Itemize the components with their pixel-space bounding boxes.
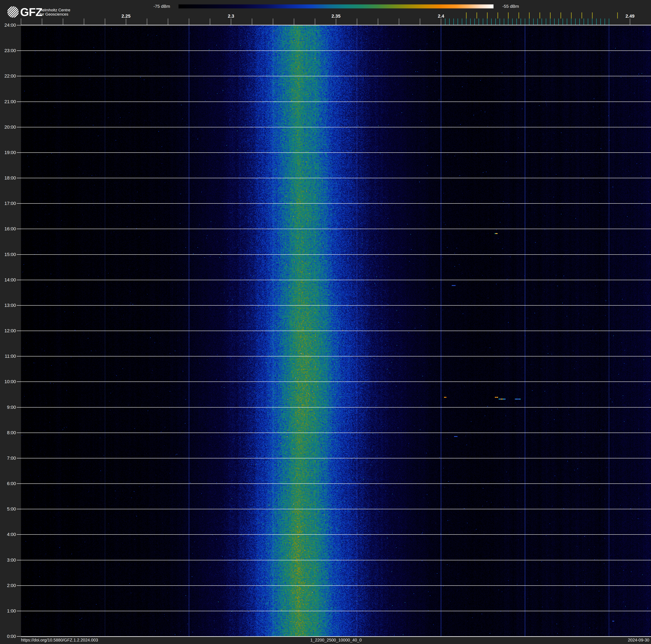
frequency-minor-tick (231, 19, 231, 25)
ble-channel-tick (504, 19, 504, 25)
hour-gridline (21, 356, 651, 356)
ble-channel-tick (533, 19, 534, 25)
ble-channel-tick (458, 19, 458, 25)
hour-gridline (21, 331, 651, 331)
hour-label: 2:00 (0, 583, 16, 588)
ble-channel-tick (563, 19, 563, 25)
top-axis-line (21, 25, 651, 25)
wifi-channel-tick (617, 12, 618, 19)
ble-channel-tick (575, 19, 576, 25)
hour-gridline (21, 458, 651, 459)
ble-channel-tick (462, 19, 462, 25)
hour-tick (17, 484, 21, 484)
frequency-minor-tick (336, 19, 336, 25)
frequency-minor-tick (84, 19, 84, 25)
hour-tick (17, 280, 21, 280)
frequency-minor-tick (210, 19, 210, 25)
ble-channel-tick (470, 19, 471, 25)
wifi-channel-tick (550, 12, 551, 19)
hour-label: 9:00 (0, 405, 16, 410)
hour-label: 13:00 (0, 303, 16, 308)
hour-tick (17, 51, 21, 51)
frequency-minor-tick (630, 19, 630, 25)
frequency-minor-tick (357, 19, 357, 25)
frequency-minor-tick (399, 19, 399, 25)
ble-channel-tick (558, 19, 559, 25)
wifi-channel-tick (582, 12, 582, 19)
ble-channel-tick (525, 19, 525, 25)
hour-label: 20:00 (0, 125, 16, 129)
ble-channel-tick (445, 19, 445, 25)
ble-channel-tick (600, 19, 601, 25)
hour-gridline (21, 381, 651, 382)
wifi-channel-tick (519, 12, 519, 19)
ble-channel-tick (478, 19, 479, 25)
hour-label: 7:00 (0, 456, 16, 461)
hour-tick (17, 178, 21, 178)
hour-tick (17, 611, 21, 611)
hour-gridline (21, 484, 651, 484)
hour-tick (17, 509, 21, 509)
hour-gridline (21, 509, 651, 509)
wifi-channel-tick (529, 12, 530, 19)
hour-label: 1:00 (0, 609, 16, 613)
wifi-channel-tick (476, 12, 477, 19)
wifi-channel-tick (592, 12, 593, 19)
ble-channel-tick (512, 19, 513, 25)
ble-channel-tick (550, 19, 550, 25)
hour-tick (17, 25, 21, 25)
ble-channel-tick (571, 19, 571, 25)
ble-channel-tick (491, 19, 492, 25)
hour-tick (17, 229, 21, 229)
hour-tick (17, 101, 21, 102)
hour-label: 6:00 (0, 481, 16, 486)
ble-channel-tick (449, 19, 450, 25)
logo-line2-text: for Geosciences (39, 12, 68, 17)
hour-tick (17, 458, 21, 459)
hour-gridline (21, 127, 651, 127)
frequency-tick-label: 2.49 (626, 13, 634, 19)
hour-label: 10:00 (0, 379, 16, 384)
hour-label: 11:00 (0, 354, 16, 358)
hour-label: 22:00 (0, 74, 16, 79)
bottom-axis-line (21, 637, 651, 637)
hour-tick (17, 433, 21, 433)
hour-gridline (21, 280, 651, 280)
hour-tick (17, 152, 21, 153)
hour-gridline (21, 560, 651, 560)
wifi-channel-tick (571, 12, 571, 19)
hour-label: 12:00 (0, 328, 16, 333)
hour-label: 5:00 (0, 507, 16, 511)
frequency-minor-tick (168, 19, 168, 25)
hour-gridline (21, 229, 651, 229)
ble-channel-tick (495, 19, 496, 25)
hour-gridline (21, 101, 651, 102)
hour-gridline (21, 76, 651, 76)
hour-label: 3:00 (0, 558, 16, 562)
frequency-tick-label: 2.25 (122, 13, 131, 19)
frequency-minor-tick (189, 19, 189, 25)
hour-tick (17, 534, 21, 535)
ble-channel-tick (537, 19, 538, 25)
ble-channel-tick (500, 19, 500, 25)
hour-tick (17, 407, 21, 408)
hour-label: 4:00 (0, 532, 16, 537)
date-label: 2024-09-30 (628, 638, 649, 642)
hour-gridline (21, 51, 651, 51)
hour-label: 19:00 (0, 150, 16, 155)
ble-channel-tick (592, 19, 592, 25)
hour-gridline (21, 254, 651, 255)
hour-tick (17, 331, 21, 331)
hour-label: 18:00 (0, 176, 16, 180)
frequency-tick-label: 2.3 (228, 13, 235, 19)
colorbar-min-label: -75 dBm (0, 4, 174, 9)
wifi-channel-tick (497, 12, 498, 19)
dataset-id-label: 1_2200_2500_10000_40_0 (21, 638, 651, 642)
frequency-minor-tick (126, 19, 126, 25)
ble-channel-tick (454, 19, 454, 25)
colorbar-max-label: -55 dBm (502, 4, 519, 9)
frequency-minor-tick (21, 19, 21, 25)
hour-tick (17, 305, 21, 305)
wifi-channel-tick (508, 12, 508, 19)
wifi-channel-tick (539, 12, 540, 19)
